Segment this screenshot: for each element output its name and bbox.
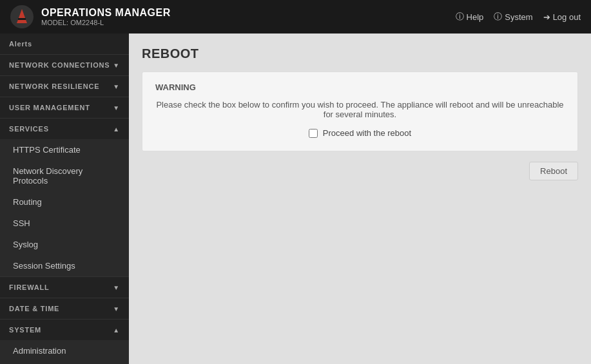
warning-text: Please check the box below to confirm yo… — [155, 100, 565, 119]
header: OPERATIONS MANAGER MODEL: OM2248-L ⓘ Hel… — [0, 0, 591, 34]
help-button[interactable]: ⓘ Help — [456, 11, 484, 23]
sidebar-section-network-resilience[interactable]: NETWORK RESILIENCE ▼ — [0, 75, 129, 97]
sidebar-section-user-management[interactable]: USER MANAGEMENT ▼ — [0, 97, 129, 118]
app-name: OPERATIONS MANAGER — [41, 7, 456, 19]
sidebar-section-system[interactable]: SYSTEM ▲ — [0, 319, 129, 340]
chevron-up-icon: ▲ — [113, 327, 120, 334]
sidebar-item-alerts[interactable]: Alerts — [0, 34, 129, 54]
sidebar-item-administration[interactable]: Administration — [0, 340, 129, 361]
sidebar-item-network-discovery[interactable]: Network Discovery Protocols — [0, 160, 129, 191]
svg-rect-2 — [18, 18, 26, 20]
chevron-down-icon: ▼ — [113, 104, 120, 111]
chevron-down-icon: ▼ — [113, 62, 120, 69]
logout-icon: ➔ — [543, 12, 550, 22]
reboot-button[interactable]: Reboot — [529, 162, 578, 180]
chevron-down-icon: ▼ — [113, 83, 120, 90]
sidebar-section-services[interactable]: SERVICES ▲ — [0, 118, 129, 139]
help-icon: ⓘ — [456, 11, 464, 23]
chevron-down-icon: ▼ — [113, 284, 120, 291]
logout-button[interactable]: ➔ Log out — [543, 12, 581, 22]
system-icon: ⓘ — [494, 11, 502, 23]
proceed-checkbox[interactable] — [309, 129, 318, 138]
app-title-block: OPERATIONS MANAGER MODEL: OM2248-L — [41, 7, 456, 26]
sidebar-section-firewall[interactable]: FIREWALL ▼ — [0, 276, 129, 298]
sidebar-item-https-certificate[interactable]: HTTPS Certificate — [0, 139, 129, 160]
sidebar-section-network-connections[interactable]: NETWORK CONNECTIONS ▼ — [0, 54, 129, 75]
page-title: REBOOT — [142, 46, 578, 61]
chevron-up-icon: ▲ — [113, 126, 120, 133]
sidebar-item-factory-reset[interactable]: Factory Reset — [0, 361, 129, 364]
main-content: REBOOT WARNING Please check the box belo… — [129, 34, 591, 364]
app-model: MODEL: OM2248-L — [41, 19, 456, 26]
sidebar-item-ssh[interactable]: SSH — [0, 213, 129, 234]
sidebar-item-session-settings[interactable]: Session Settings — [0, 255, 129, 276]
sidebar-section-date-time[interactable]: DATE & TIME ▼ — [0, 298, 129, 319]
reboot-button-row: Reboot — [142, 162, 578, 180]
proceed-checkbox-label[interactable]: Proceed with the reboot — [323, 128, 411, 138]
proceed-checkbox-row: Proceed with the reboot — [155, 128, 565, 138]
header-actions: ⓘ Help ⓘ System ➔ Log out — [456, 11, 581, 23]
app-logo — [10, 5, 34, 28]
warning-box: WARNING Please check the box below to co… — [142, 72, 578, 151]
sidebar: Alerts NETWORK CONNECTIONS ▼ NETWORK RES… — [0, 34, 129, 364]
sidebar-item-syslog[interactable]: Syslog — [0, 234, 129, 255]
system-button[interactable]: ⓘ System — [494, 11, 532, 23]
sidebar-item-routing[interactable]: Routing — [0, 191, 129, 213]
chevron-down-icon: ▼ — [113, 305, 120, 312]
warning-title: WARNING — [155, 82, 565, 92]
layout: Alerts NETWORK CONNECTIONS ▼ NETWORK RES… — [0, 34, 591, 364]
